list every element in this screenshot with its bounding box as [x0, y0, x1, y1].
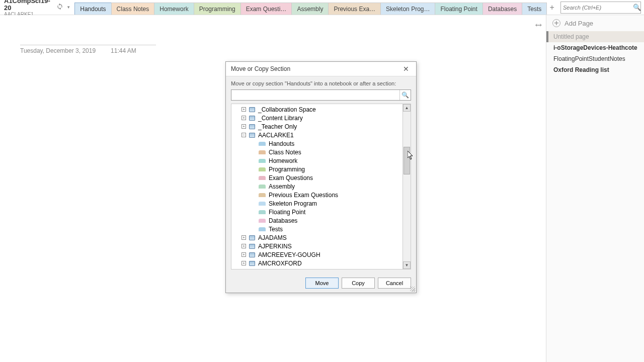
section-icon — [259, 185, 266, 189]
tree-expander[interactable]: + — [242, 261, 246, 265]
scroll-up-button[interactable]: ▲ — [403, 104, 411, 112]
section-icon — [259, 219, 266, 223]
notebook-icon — [249, 133, 255, 138]
notebook-icon — [249, 124, 255, 129]
tree-section-row[interactable]: Exam Questions — [231, 173, 403, 182]
resize-grip[interactable] — [410, 287, 415, 292]
tree-notebook-row[interactable]: +AMCROXFORD — [231, 259, 403, 267]
section-icon — [259, 150, 266, 154]
tree-section-row[interactable]: Skeleton Program — [231, 199, 403, 208]
tree-notebook-row[interactable]: +_Teacher Only — [231, 122, 403, 131]
tree-notebook-row[interactable]: +AJADAMS — [231, 233, 403, 242]
dialog-instruction: Move or copy section "Handouts" into a n… — [231, 80, 411, 86]
move-copy-dialog: Move or Copy Section ✕ Move or copy sect… — [225, 61, 417, 293]
notebook-icon — [249, 116, 255, 121]
section-icon — [259, 202, 266, 206]
tree-section-row[interactable]: Floating Point — [231, 208, 403, 216]
tree-expander[interactable]: + — [242, 252, 246, 257]
section-icon — [259, 176, 266, 180]
scroll-track[interactable] — [403, 112, 411, 261]
dialog-search-box[interactable]: 🔍 — [231, 89, 411, 101]
notebook-icon — [249, 244, 255, 249]
scrollbar: ▲ ▼ — [403, 104, 411, 269]
tree-expander[interactable]: + — [242, 235, 246, 240]
notebook-icon — [249, 235, 255, 240]
tree-notebook-row[interactable]: +AJPERKINS — [231, 242, 403, 250]
tree-section-row[interactable]: Assembly — [231, 182, 403, 191]
tree-section-row[interactable]: Handouts — [231, 139, 403, 148]
tree-section-row[interactable]: Class Notes — [231, 148, 403, 156]
tree-notebook-row[interactable]: +ANAASSAN — [231, 267, 403, 269]
notebook-tree: +_Collaboration Space+_Content Library+_… — [231, 104, 403, 269]
tree-notebook-row[interactable]: +AMCREEVEY-GOUGH — [231, 250, 403, 259]
tree-notebook-row[interactable]: +_Collaboration Space — [231, 105, 403, 114]
tree-expander[interactable]: + — [242, 244, 246, 248]
dialog-title: Move or Copy Section — [231, 65, 290, 72]
tree-notebook-row[interactable]: −AACLARKE1 — [231, 131, 403, 139]
notebook-icon — [249, 107, 255, 112]
tree-expander[interactable]: + — [242, 116, 246, 120]
tree-section-row[interactable]: Databases — [231, 216, 403, 225]
tree-expander[interactable]: − — [242, 133, 246, 137]
tree-expander[interactable]: + — [242, 124, 246, 129]
tree-section-row[interactable]: Homework — [231, 156, 403, 165]
cancel-button[interactable]: Cancel — [378, 278, 411, 289]
search-icon[interactable]: 🔍 — [399, 90, 411, 100]
tree-notebook-row[interactable]: +_Content Library — [231, 114, 403, 122]
section-icon — [259, 193, 266, 197]
tree-section-row[interactable]: Tests — [231, 225, 403, 233]
section-icon — [259, 142, 266, 146]
section-icon — [259, 227, 266, 231]
scroll-down-button[interactable]: ▼ — [403, 261, 411, 269]
copy-button[interactable]: Copy — [342, 278, 375, 289]
tree-section-row[interactable]: Programming — [231, 165, 403, 173]
tree-section-row[interactable]: Previous Exam Questions — [231, 191, 403, 199]
notebook-icon — [249, 261, 255, 266]
tree-expander[interactable]: + — [242, 107, 246, 112]
notebook-icon — [249, 252, 255, 257]
section-icon — [259, 167, 266, 171]
section-icon — [259, 159, 266, 163]
close-icon[interactable]: ✕ — [401, 65, 411, 73]
section-icon — [259, 210, 266, 214]
scroll-thumb[interactable] — [404, 147, 410, 174]
move-button[interactable]: Move — [305, 278, 339, 289]
dialog-search-input[interactable] — [231, 90, 399, 100]
